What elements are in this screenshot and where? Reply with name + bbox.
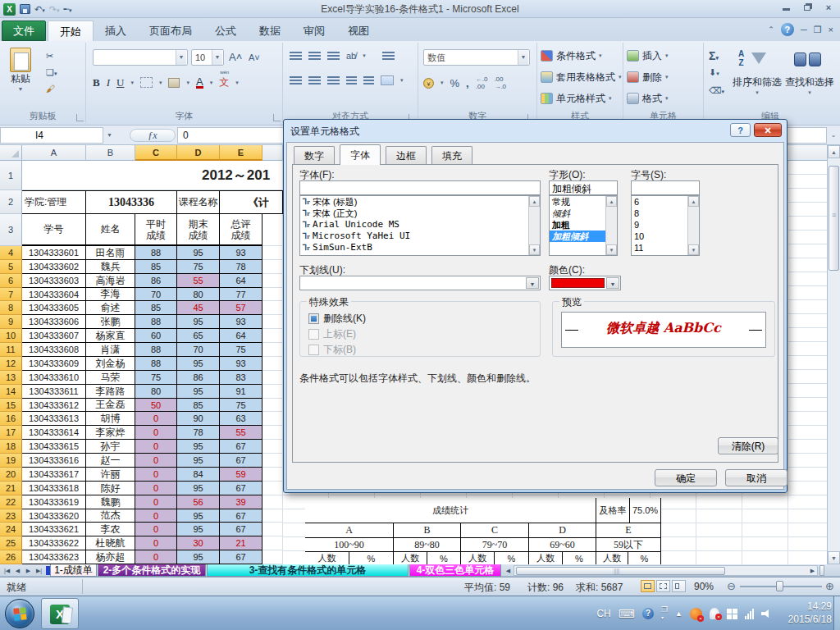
underline-combo[interactable]: ▼ (299, 276, 541, 290)
student-name-cell[interactable]: 李农 (86, 523, 135, 536)
font-list-scrollbar[interactable]: ▲ ▼ (528, 196, 540, 255)
font-color-icon[interactable]: A (196, 77, 203, 89)
score-cell[interactable]: 84 (177, 468, 220, 482)
grade-letter-cell[interactable]: C (461, 523, 529, 538)
row-header-23[interactable]: 23 (0, 509, 22, 523)
align-top-icon[interactable] (290, 52, 302, 61)
empty-cell[interactable] (262, 440, 283, 454)
formula-bar-expand-icon[interactable]: ⌄ (827, 127, 840, 144)
scroll-up-icon[interactable]: ▲ (828, 145, 840, 158)
empty-cell[interactable] (262, 523, 283, 536)
empty-cell[interactable] (262, 536, 283, 550)
header-cell[interactable]: 期末成绩 (177, 214, 220, 246)
student-name-cell[interactable]: 杜晓航 (86, 536, 135, 550)
empty-cell[interactable] (262, 246, 283, 260)
font-list-item[interactable]: ꞀrMicrosoft YaHei UI (300, 231, 528, 242)
student-id-cell[interactable]: 1304333615 (22, 440, 86, 454)
cancel-button[interactable]: 取消 (725, 469, 788, 486)
percent-header-cell[interactable]: % (563, 552, 596, 564)
score-cell[interactable]: 67 (220, 440, 262, 454)
student-name-cell[interactable]: 杨亦超 (86, 550, 135, 564)
scroll-up-icon[interactable]: ▲ (688, 196, 699, 207)
info-cell-classid[interactable]: 13043336 (86, 190, 177, 214)
color-combo[interactable]: ▼ (549, 276, 621, 290)
student-id-cell[interactable]: 1304333605 (22, 301, 86, 315)
dialog-help-icon[interactable]: ? (730, 123, 751, 137)
count-header-cell[interactable]: 人数 (529, 552, 563, 564)
dialog-close-icon[interactable]: ✕ (754, 123, 782, 137)
score-cell[interactable]: 67 (220, 509, 262, 523)
student-name-cell[interactable]: 杨家直 (86, 329, 135, 343)
header-cell[interactable]: 总评成绩 (220, 214, 262, 246)
checkbox-icon[interactable] (308, 345, 319, 355)
count-header-cell[interactable]: 人数 (394, 552, 427, 564)
student-name-cell[interactable]: 孙宇 (86, 440, 135, 454)
student-id-cell[interactable]: 1304333619 (22, 495, 86, 509)
scroll-down-icon[interactable]: ▼ (606, 244, 617, 255)
student-name-cell[interactable]: 刘金杨 (86, 357, 135, 371)
student-name-cell[interactable]: 俞述 (86, 301, 135, 315)
empty-cell[interactable] (262, 214, 283, 246)
font-list-item[interactable]: ꞀrSimSun-ExtB (300, 242, 528, 253)
ribbon-插入-button[interactable]: 插入▾ (627, 46, 669, 66)
score-cell[interactable]: 67 (220, 482, 262, 495)
minimize-ribbon-icon[interactable]: ⌃ (768, 26, 774, 34)
score-cell[interactable]: 95 (177, 246, 220, 260)
font-list-item[interactable]: Ꞁr方正兰亭超细黑简体 (300, 253, 528, 256)
student-name-cell[interactable]: 田名雨 (86, 246, 135, 260)
score-cell[interactable]: 0 (135, 495, 177, 509)
scroll-down-icon[interactable]: ▼ (828, 551, 840, 564)
horizontal-scroll-thumb[interactable] (516, 567, 725, 575)
stats-title-cell[interactable]: 成绩统计 (305, 498, 596, 523)
score-cell[interactable]: 88 (135, 357, 177, 371)
grade-range-cell[interactable]: 100~90 (305, 538, 394, 552)
ribbon-删除-button[interactable]: 删除▾ (627, 67, 669, 87)
next-sheet-icon[interactable]: ▶ (23, 565, 34, 576)
score-cell[interactable]: 75 (220, 399, 262, 412)
orientation-icon[interactable]: ab̸ (346, 51, 356, 61)
empty-cell[interactable] (262, 260, 283, 274)
comma-icon[interactable]: , (466, 77, 469, 89)
autosum-icon[interactable]: Σ▾ (709, 49, 719, 62)
score-cell[interactable]: 70 (135, 288, 177, 301)
grade-letter-cell[interactable]: D (529, 523, 596, 538)
score-cell[interactable]: 86 (135, 274, 177, 288)
student-name-cell[interactable]: 高海岩 (86, 274, 135, 288)
row-header-9[interactable]: 9 (0, 315, 22, 329)
score-cell[interactable]: 88 (135, 343, 177, 357)
font-size-item[interactable]: 6 (632, 196, 687, 208)
grade-range-cell[interactable]: 89~80 (394, 538, 461, 552)
keyboard-icon[interactable]: ⌨ (619, 608, 635, 619)
header-cell[interactable]: 姓名 (86, 214, 135, 246)
font-name-input[interactable] (299, 180, 541, 195)
increase-decimal-icon[interactable]: ←.0.00 (476, 75, 488, 90)
count-header-cell[interactable]: 人数 (596, 552, 628, 564)
score-cell[interactable]: 95 (177, 454, 220, 468)
dialog-tab-填充[interactable]: 填充 (431, 146, 472, 164)
percent-header-cell[interactable]: % (628, 552, 661, 564)
fx-icon[interactable]: ƒx (130, 129, 176, 142)
row-header-24[interactable]: 24 (0, 523, 22, 536)
score-cell[interactable]: 0 (135, 440, 177, 454)
score-cell[interactable]: 78 (177, 426, 220, 440)
sheet-tab-2[interactable]: 2-多个条件格式的实现 (98, 564, 206, 577)
scroll-down-icon[interactable]: ▼ (688, 244, 699, 255)
student-id-cell[interactable]: 1304333608 (22, 343, 86, 357)
sheet-tab-4[interactable]: 4-双色三色单元格 (409, 564, 501, 577)
column-header-B[interactable]: B (86, 145, 135, 161)
student-name-cell[interactable]: 赵一 (86, 454, 135, 468)
empty-cell[interactable] (262, 412, 283, 426)
row-header-19[interactable]: 19 (0, 454, 22, 468)
grow-font-icon[interactable]: A˄ (229, 51, 242, 63)
restore-button[interactable] (801, 2, 814, 12)
percent-icon[interactable]: % (450, 77, 460, 89)
score-cell[interactable]: 93 (220, 357, 262, 371)
score-cell[interactable]: 80 (135, 385, 177, 399)
column-header-A[interactable]: A (22, 145, 86, 161)
font-size-item[interactable]: 8 (632, 208, 687, 219)
score-cell[interactable]: 83 (220, 371, 262, 385)
fill-icon[interactable]: ⬇▾ (709, 67, 719, 78)
score-cell[interactable]: 56 (177, 495, 220, 509)
score-cell[interactable]: 60 (135, 329, 177, 343)
row-header-26[interactable]: 26 (0, 550, 22, 564)
